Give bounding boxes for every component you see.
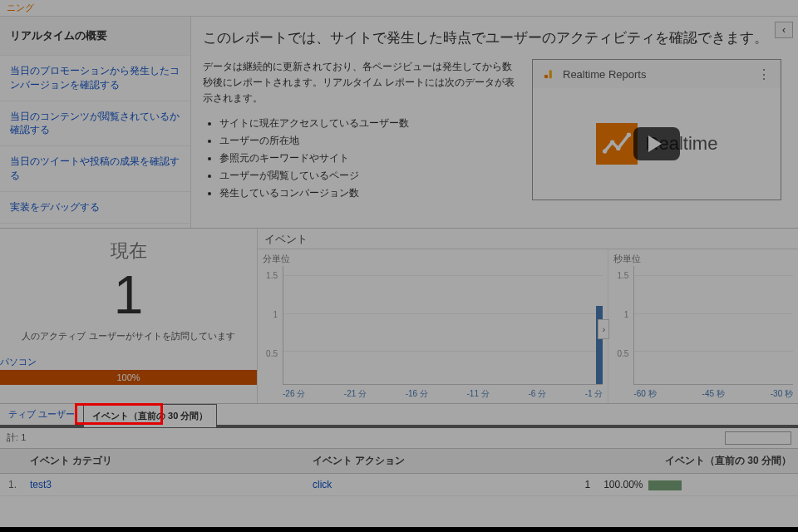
xtick: -6 分 [528,388,546,400]
sidebar-link-promo-conversions[interactable]: 当日のプロモーションから発生したコンバージョンを確認する [0,56,190,101]
xtick: -21 分 [344,388,367,400]
svg-point-2 [602,149,606,153]
play-icon[interactable] [633,127,680,160]
intro-video[interactable]: Realtime Reports ⋮ Realtime [532,59,781,200]
ytick: 0.5 [608,349,632,358]
expand-chart-button[interactable]: › [598,319,609,339]
cell-event-category[interactable]: test3 [23,474,306,496]
sidebar: リアルタイムの概要 当日のプロモーションから発生したコンバージョンを確認する 当… [0,17,191,228]
sidebar-header: リアルタイムの概要 [0,17,190,56]
footer-strip [0,527,798,532]
tab-active-users[interactable]: ティブ ユーザー [0,403,83,426]
col-event-category[interactable]: イベント カテゴリ [23,449,306,474]
events-table: イベント カテゴリ イベント アクション イベント（直前の 30 分間） 1. … [0,449,798,496]
chart-minute-label: 分単位 [263,253,290,265]
cell-event-count: 1 [555,474,597,496]
table-row[interactable]: 1. test3 click 1 100.00% [0,474,798,496]
xtick: -26 分 [283,388,305,400]
intro-bullet: 参照元のキーワードやサイト [219,150,515,166]
intro-description: データは継続的に更新されており、各ページビューは発生してから数秒後にレポートされ… [203,59,515,204]
current-subtext: 人のアクティブ ユーザーがサイトを訪問しています [0,330,257,342]
chart-second-label: 秒単位 [613,253,641,265]
col-event-action[interactable]: イベント アクション [306,449,555,474]
current-label: 現在 [0,239,257,264]
ytick: 1.5 [608,271,632,280]
xtick: -45 秒 [702,388,725,400]
current-users-panel: 現在 1 人のアクティブ ユーザーがサイトを訪問しています パソコン 100% [0,229,258,403]
xtick: -16 分 [406,388,428,400]
ytick: 1 [608,310,632,319]
sidebar-link-social-results[interactable]: 当日のツイートや投稿の成果を確認する [0,146,190,192]
svg-rect-1 [549,71,552,79]
intro-bullet: ユーザーの所在地 [219,133,515,149]
col-event-count[interactable]: イベント（直前の 30 分間） [555,449,798,474]
row-index: 1. [0,474,23,496]
current-user-count: 1 [0,268,257,322]
analytics-logo-icon [541,66,556,81]
video-menu-icon[interactable]: ⋮ [757,66,772,82]
ytick: 0.5 [258,349,281,358]
intro-paragraph: データは継続的に更新されており、各ページビューは発生してから数秒後にレポートされ… [203,61,515,104]
svg-point-3 [609,140,613,145]
intro-bullet: 発生しているコンバージョン数 [219,185,515,201]
back-button[interactable]: ‹ [775,22,793,38]
sidebar-link-content-views[interactable]: 当日のコンテンツが閲覧されているか確認する [0,101,190,147]
xtick: -30 秒 [771,388,793,400]
cell-event-action[interactable]: click [306,474,555,496]
sidebar-link-debug[interactable]: 実装をデバッグする [0,192,190,224]
xtick: -60 秒 [633,388,656,400]
page-headline: このレポートでは、サイトで発生した時点でユーザーのアクティビティを確認できます。 [203,28,781,47]
total-count-label: 計: 1 [7,431,26,445]
chart-per-second: 秒単位 1.5 1 0.5 -60 秒 -45 秒 -30 秒 [608,249,798,403]
realtime-mark-icon [596,123,638,165]
col-index [0,449,23,474]
intro-bullet: ユーザーが閲覧しているページ [219,168,515,184]
xtick: -1 分 [585,388,603,400]
xtick: -11 分 [467,388,490,400]
svg-point-5 [626,133,630,137]
ytick: 1.5 [258,271,281,280]
charts-title: イベント [258,229,798,249]
ytick: 1 [258,310,281,319]
svg-point-0 [544,75,549,79]
table-search-input[interactable] [725,431,791,445]
device-share-bar: 100% [0,370,257,385]
tab-events-last-30min[interactable]: イベント（直前の 30 分間） [83,404,217,427]
chart-per-minute: 分単位 1.5 1 0.5 -26 分 -21 分 [258,249,608,403]
breadcrumb-fragment: ニング [7,2,34,12]
intro-bullet: サイトに現在アクセスしているユーザー数 [219,116,515,131]
device-label-desktop[interactable]: パソコン [0,356,257,370]
svg-point-4 [616,146,620,150]
video-title: Realtime Reports [563,68,751,81]
cell-event-pct: 100.00% [597,474,798,496]
